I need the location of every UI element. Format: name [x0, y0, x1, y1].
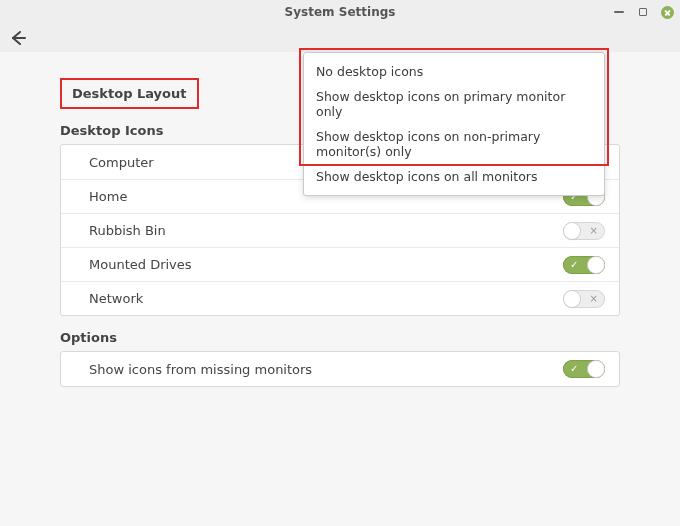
maximize-icon	[639, 8, 647, 16]
back-arrow-icon	[8, 28, 28, 48]
minimize-button[interactable]	[612, 5, 626, 19]
label-computer: Computer	[89, 155, 154, 170]
header-toolbar	[0, 24, 680, 52]
label-mounted-drives: Mounted Drives	[89, 257, 192, 272]
page-title: Desktop Layout	[60, 78, 199, 109]
close-button[interactable]	[660, 5, 674, 19]
dropdown-item-no-icons[interactable]: No desktop icons	[304, 59, 604, 84]
check-icon: ✓	[570, 260, 578, 270]
row-missing-monitors: Show icons from missing monitors ✓	[61, 352, 619, 386]
dropdown-item-non-primary-only[interactable]: Show desktop icons on non-primary monito…	[304, 124, 604, 164]
toggle-knob	[564, 291, 580, 307]
label-rubbish-bin: Rubbish Bin	[89, 223, 166, 238]
toggle-knob	[564, 223, 580, 239]
desktop-layout-dropdown[interactable]: No desktop icons Show desktop icons on p…	[303, 52, 605, 196]
back-button[interactable]	[8, 28, 28, 48]
window-controls	[612, 0, 674, 24]
label-missing-monitors: Show icons from missing monitors	[89, 362, 312, 377]
row-mounted-drives: Mounted Drives ✓	[61, 247, 619, 281]
cross-icon: ×	[590, 294, 598, 304]
row-rubbish-bin: Rubbish Bin ×	[61, 213, 619, 247]
dropdown-item-primary-only[interactable]: Show desktop icons on primary monitor on…	[304, 84, 604, 124]
dropdown-item-all-monitors[interactable]: Show desktop icons on all monitors	[304, 164, 604, 189]
check-icon: ✓	[570, 364, 578, 374]
titlebar: System Settings	[0, 0, 680, 24]
minimize-icon	[614, 11, 624, 13]
toggle-network[interactable]: ×	[563, 290, 605, 308]
label-network: Network	[89, 291, 143, 306]
toggle-knob	[588, 257, 604, 273]
toggle-rubbish-bin[interactable]: ×	[563, 222, 605, 240]
toggle-mounted-drives[interactable]: ✓	[563, 256, 605, 274]
window-title: System Settings	[285, 5, 396, 19]
group-header-options: Options	[60, 330, 620, 345]
cross-icon: ×	[590, 226, 598, 236]
row-network: Network ×	[61, 281, 619, 315]
close-icon	[661, 6, 674, 19]
toggle-missing-monitors[interactable]: ✓	[563, 360, 605, 378]
label-home: Home	[89, 189, 127, 204]
toggle-knob	[588, 361, 604, 377]
options-panel: Show icons from missing monitors ✓	[60, 351, 620, 387]
maximize-button[interactable]	[636, 5, 650, 19]
